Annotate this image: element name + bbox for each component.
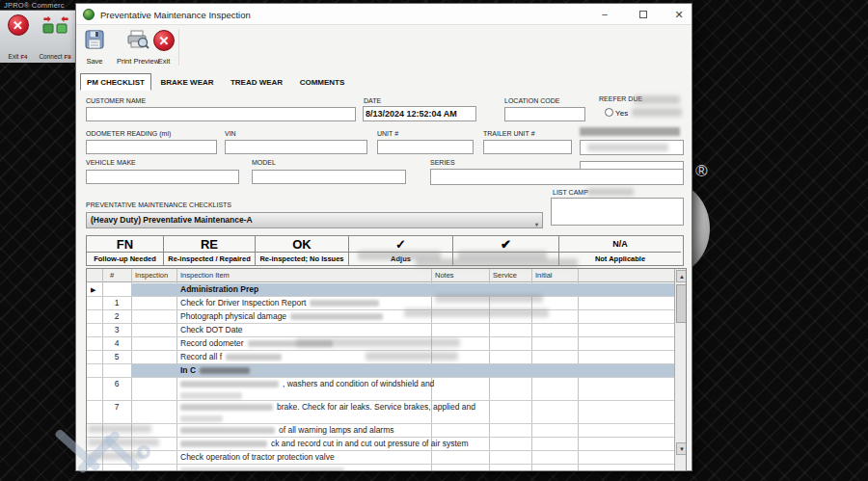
toolbar-divider	[178, 29, 179, 66]
background-connect-button[interactable]: ConnectF9	[36, 12, 74, 62]
dialog-titlebar[interactable]: Preventative Maintenance Inspection – ✕	[76, 4, 692, 25]
minimize-button[interactable]: –	[590, 4, 619, 25]
table-row[interactable]: Check operation of tractor protection va…	[87, 451, 674, 465]
tab-comments[interactable]: COMMENTS	[292, 75, 352, 91]
legend-code: N/A	[559, 236, 681, 253]
redacted-text	[587, 144, 668, 151]
location-code-label: LOCATION CODE	[504, 97, 559, 104]
redacted-text	[88, 425, 151, 433]
tab-tread-wear[interactable]: TREAD WEAR	[223, 75, 290, 91]
legend-desc: Re-inspected / Repaired	[164, 253, 255, 265]
save-label: Save	[86, 57, 102, 66]
table-row[interactable]: 1 Check for Driver Inspection Report	[87, 297, 674, 310]
redacted-text	[580, 127, 680, 136]
vehicle-make-input[interactable]	[86, 170, 239, 184]
close-button[interactable]: ✕	[665, 4, 693, 25]
odometer-label: ODOMETER READING (mi)	[86, 130, 171, 137]
inspection-item-text: of all warning lamps and alarms	[180, 425, 394, 435]
redacted-text	[180, 392, 242, 399]
section-title: Administration Prep	[180, 284, 258, 294]
redacted-text	[634, 95, 680, 104]
jpro-app-icon	[83, 9, 95, 20]
trailer-unit-input[interactable]	[483, 140, 572, 154]
checklists-label: PREVENTATIVE MAINTENANCE CHECKLISTS	[86, 201, 231, 208]
row-selector-icon: ▶	[91, 286, 95, 294]
table-row[interactable]	[87, 465, 674, 471]
table-row[interactable]: 7 brake. Check for air leaks. Service br…	[87, 401, 674, 424]
chevron-down-icon: ▾	[535, 218, 538, 232]
inspection-item-text: Check operation of tractor protection va…	[180, 452, 335, 462]
redacted-text	[416, 258, 578, 267]
redacted-text	[180, 441, 267, 447]
inspection-item-text: Record all f	[180, 352, 282, 361]
series-label: SERIES	[430, 159, 455, 166]
scroll-down-button[interactable]: ▼	[676, 442, 687, 455]
row-number: 3	[102, 325, 131, 334]
table-row[interactable]: 3 Check DOT Date	[87, 324, 674, 337]
location-code-input[interactable]	[504, 107, 585, 121]
background-connect-label: Connect	[39, 53, 62, 60]
exit-fkey-label: F4	[20, 54, 27, 60]
customer-name-label: CUSTOMER NAME	[86, 97, 146, 104]
list-campaigns-box[interactable]	[551, 198, 684, 226]
scroll-up-icon: ▲	[679, 274, 685, 280]
section-row[interactable]: ▶ Administration Prep	[87, 283, 674, 297]
reefer-due-yes-option[interactable]: Yes	[605, 108, 628, 118]
tab-pm-checklist[interactable]: PM CHECKLIST	[80, 73, 151, 91]
date-input[interactable]	[363, 106, 476, 121]
grid-scrollbar[interactable]: ▲ ▼	[674, 269, 687, 470]
connect-fkey-label: F9	[65, 54, 71, 60]
section-row[interactable]: In C	[87, 364, 674, 378]
minimize-icon: –	[602, 9, 608, 19]
table-row[interactable]: of all warning lamps and alarms	[87, 424, 674, 438]
row-number: 7	[102, 402, 131, 412]
scroll-up-button[interactable]: ▲	[676, 270, 687, 282]
redacted-text	[632, 108, 682, 117]
vin-input[interactable]	[225, 140, 367, 154]
trailer-unit-label: TRAILER UNIT #	[483, 130, 535, 137]
list-campaigns-label: LIST CAMP	[553, 189, 588, 196]
registered-trademark: ®	[695, 162, 708, 181]
maximize-button[interactable]	[629, 4, 658, 25]
legend-desc: Re-inspected; No Issues	[256, 253, 348, 265]
table-row[interactable]: ck and record cut in and cut out pressur…	[87, 438, 674, 451]
model-input[interactable]	[252, 170, 406, 184]
dialog-title: Preventative Maintenance Inspection	[100, 10, 251, 20]
row-number: 4	[102, 338, 131, 348]
tab-brake-wear[interactable]: BRAKE WEAR	[153, 75, 221, 91]
odometer-input[interactable]	[86, 140, 217, 154]
series-input[interactable]	[430, 169, 684, 185]
inspection-item-text: Photograph physical damage	[180, 311, 383, 321]
table-row[interactable]: 2 Photograph physical damage	[87, 310, 674, 324]
row-number: 2	[102, 311, 131, 321]
inspection-grid: # Inspection Inspection Item Notes Servi…	[86, 268, 687, 471]
redacted-text	[226, 354, 282, 361]
unit-number-input[interactable]	[377, 140, 474, 154]
background-exit-button[interactable]: ExitF4	[2, 12, 34, 62]
customer-name-input[interactable]	[86, 107, 356, 121]
col-header-service: Service	[493, 271, 517, 280]
scrollbar-thumb[interactable]	[676, 284, 687, 323]
redacted-text	[366, 352, 458, 361]
exit-icon	[153, 30, 175, 51]
scroll-down-icon: ▼	[679, 446, 685, 452]
connect-icon	[41, 14, 68, 38]
redacted-text	[180, 468, 344, 471]
checklist-dropdown[interactable]: (Heavy Duty) Preventative Maintenance-A …	[86, 212, 543, 228]
unit-number-label: UNIT #	[377, 130, 398, 137]
row-number: 5	[102, 352, 131, 361]
col-header-num: #	[110, 271, 114, 280]
col-header-item: Inspection Item	[180, 271, 230, 280]
vehicle-make-label: VEHICLE MAKE	[86, 159, 136, 166]
legend-code: OK	[256, 236, 348, 253]
redacted-text	[587, 188, 634, 196]
redacted-text	[435, 294, 543, 303]
close-icon: ✕	[674, 9, 683, 20]
col-header-notes: Notes	[435, 271, 454, 280]
table-row[interactable]: 6 , washers and condition of windshield …	[87, 378, 674, 401]
redacted-text	[310, 300, 379, 307]
dialog-exit-button[interactable]: Exit	[151, 28, 176, 65]
background-app-title: JPRO® Commerc	[4, 1, 75, 10]
save-button[interactable]: Save	[80, 28, 109, 65]
background-app-toolbar: ExitF4 ConnectF9	[0, 10, 75, 63]
